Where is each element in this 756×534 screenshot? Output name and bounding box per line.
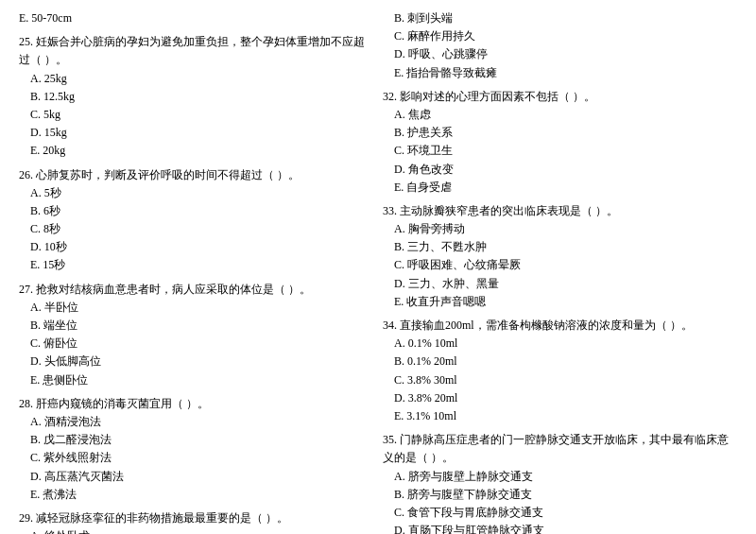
question-title: 32. 影响对述的心理方面因素不包括（ ）。 <box>383 88 737 106</box>
option: E. 3.1% 10ml <box>383 407 737 425</box>
option: C. 麻醉作用持久 <box>383 27 737 45</box>
option: D. 头低脚高位 <box>19 353 373 370</box>
option: E. 收直升声音嗯嗯 <box>383 293 737 311</box>
question-title: 34. 直接输血200ml，需准备枸橼酸钠溶液的浓度和量为（ ）。 <box>383 317 737 335</box>
option: D. 三力、水肿、黑量 <box>383 275 737 293</box>
option: B. 三力、不甦水肿 <box>383 238 737 256</box>
option: D. 角色改变 <box>383 161 737 179</box>
question-block: 29. 减轻冠脉痉挛征的非药物措施最最重要的是（ ）。A. 绝处卧术B. 补体休… <box>19 509 373 534</box>
question-title: 26. 心肺复苏时，判断及评价呼吸的时间不得超过（ ）。 <box>19 166 373 184</box>
option: A. 半卧位 <box>19 299 373 317</box>
option: C. 环境卫生 <box>383 142 737 160</box>
question-title: E. 50-70cm <box>19 9 373 27</box>
option: B. 0.1% 20ml <box>383 353 737 370</box>
question-title: 27. 抢救对结核病血意患者时，病人应采取的体位是（ ）。 <box>19 281 373 299</box>
option: A. 焦虑 <box>383 106 737 124</box>
question-block: 34. 直接输血200ml，需准备枸橼酸钠溶液的浓度和量为（ ）。A. 0.1%… <box>383 317 737 425</box>
option: E. 15秒 <box>19 256 373 274</box>
left-column: E. 50-70cm25. 妊娠合并心脏病的孕妇为避免加重负担，整个孕妇体重增加… <box>19 9 373 534</box>
option: B. 端坐位 <box>19 317 373 335</box>
option: E. 患侧卧位 <box>19 371 373 389</box>
question-block: 32. 影响对述的心理方面因素不包括（ ）。A. 焦虑B. 护患关系C. 环境卫… <box>383 88 737 197</box>
option: B. 6秒 <box>19 202 373 220</box>
option: B. 戊二醛浸泡法 <box>19 431 373 449</box>
option: B. 刺到头端 <box>383 9 737 27</box>
option: E. 煮沸法 <box>19 486 373 504</box>
option: D. 3.8% 20ml <box>383 389 737 407</box>
question-block: 27. 抢救对结核病血意患者时，病人应采取的体位是（ ）。A. 半卧位B. 端坐… <box>19 281 373 389</box>
option: A. 酒精浸泡法 <box>19 413 373 431</box>
option: D. 直肠下段与肛管静脉交通支 <box>383 522 737 534</box>
option: D. 高压蒸汽灭菌法 <box>19 468 373 486</box>
question-block: 33. 主动脉瓣狭窄患者的突出临床表现是（ ）。A. 胸骨旁搏动B. 三力、不甦… <box>383 202 737 311</box>
option: D. 15kg <box>19 124 373 142</box>
right-column: B. 刺到头端C. 麻醉作用持久D. 呼吸、心跳骤停E. 指抬骨骼导致截瘫32.… <box>383 9 737 534</box>
question-block: E. 50-70cm <box>19 9 373 27</box>
question-title: 25. 妊娠合并心脏病的孕妇为避免加重负担，整个孕妇体重增加不应超过（ ）。 <box>19 33 373 69</box>
option: C. 8秒 <box>19 220 373 238</box>
option: C. 食管下段与胃底静脉交通支 <box>383 504 737 522</box>
option: B. 脐旁与腹壁下静脉交通支 <box>383 486 737 504</box>
question-block: 26. 心肺复苏时，判断及评价呼吸的时间不得超过（ ）。A. 5秒B. 6秒C.… <box>19 166 373 275</box>
option: A. 25kg <box>19 70 373 88</box>
question-title: 28. 肝癌内窥镜的消毒灭菌宜用（ ）。 <box>19 395 373 413</box>
option: A. 绝处卧术 <box>19 527 373 534</box>
option: A. 胸骨旁搏动 <box>383 220 737 238</box>
option: A. 脐旁与腹壁上静脉交通支 <box>383 468 737 486</box>
question-title: 33. 主动脉瓣狭窄患者的突出临床表现是（ ）。 <box>383 202 737 220</box>
option: D. 呼吸、心跳骤停 <box>383 45 737 63</box>
option: C. 呼吸困难、心纹痛晕厥 <box>383 256 737 274</box>
question-block: 28. 肝癌内窥镜的消毒灭菌宜用（ ）。A. 酒精浸泡法B. 戊二醛浸泡法C. … <box>19 395 373 504</box>
question-title: 35. 门静脉高压症患者的门一腔静脉交通支开放临床，其中最有临床意义的是（ ）。 <box>383 431 737 467</box>
option: C. 紫外线照射法 <box>19 449 373 467</box>
question-block: B. 刺到头端C. 麻醉作用持久D. 呼吸、心跳骤停E. 指抬骨骼导致截瘫 <box>383 9 737 82</box>
option: C. 3.8% 30ml <box>383 371 737 389</box>
question-block: 35. 门静脉高压症患者的门一腔静脉交通支开放临床，其中最有临床意义的是（ ）。… <box>383 431 737 534</box>
option: A. 0.1% 10ml <box>383 335 737 353</box>
page-content: E. 50-70cm25. 妊娠合并心脏病的孕妇为避免加重负担，整个孕妇体重增加… <box>19 9 737 534</box>
option: E. 自身受虐 <box>383 179 737 197</box>
option: B. 12.5kg <box>19 88 373 106</box>
question-title: 29. 减轻冠脉痉挛征的非药物措施最最重要的是（ ）。 <box>19 509 373 527</box>
option: A. 5秒 <box>19 184 373 202</box>
option: C. 5kg <box>19 106 373 124</box>
question-block: 25. 妊娠合并心脏病的孕妇为避免加重负担，整个孕妇体重增加不应超过（ ）。A.… <box>19 33 373 160</box>
option: E. 指抬骨骼导致截瘫 <box>383 64 737 82</box>
option: B. 护患关系 <box>383 124 737 142</box>
option: C. 俯卧位 <box>19 335 373 353</box>
option: E. 20kg <box>19 142 373 160</box>
option: D. 10秒 <box>19 238 373 256</box>
